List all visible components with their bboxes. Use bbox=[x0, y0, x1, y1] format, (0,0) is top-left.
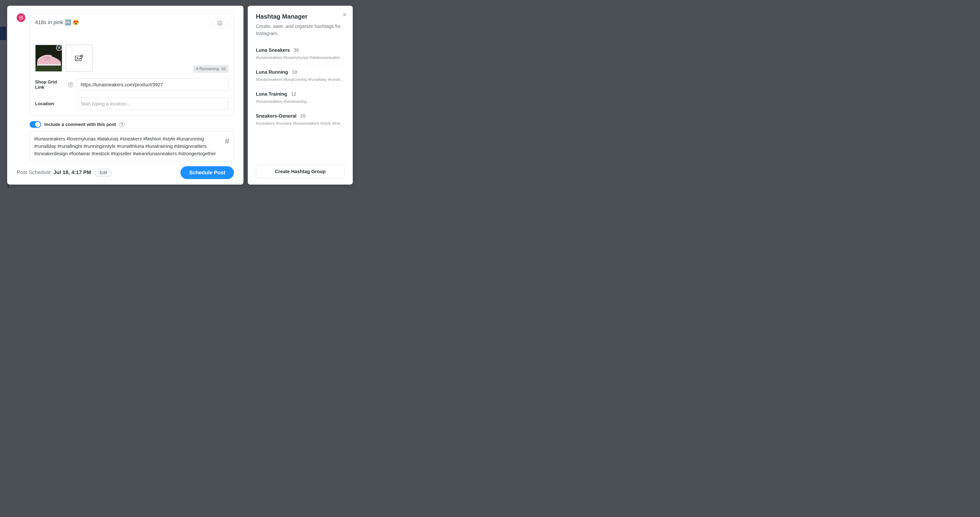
shop-grid-label: Shop Grid Link bbox=[35, 79, 66, 90]
add-media-button[interactable] bbox=[66, 44, 93, 72]
remove-media-icon[interactable]: ✕ bbox=[56, 44, 62, 51]
hashtag-group-name: Luna Sneakers bbox=[256, 48, 290, 53]
hashtag-group-preview: #lunasneakers #lunarunning #runallday #r… bbox=[256, 77, 345, 82]
hashtag-group[interactable]: Luna Sneakers30#lunasneakers #lovemyluna… bbox=[256, 43, 345, 64]
bg-page-number: 1 bbox=[7, 184, 9, 189]
location-label: Location bbox=[35, 101, 54, 106]
media-thumbnail[interactable]: ✕ bbox=[35, 44, 62, 72]
schedule-time: Jul 18, 4:17 PM bbox=[54, 169, 91, 175]
hashtag-manager-panel: ✕ Hashtag Manager Create, save, and orga… bbox=[248, 6, 353, 185]
hashtag-group[interactable]: Luna Running10#lunasneakers #lunarunning… bbox=[256, 64, 345, 86]
include-comment-label: Include a comment with this post bbox=[45, 122, 116, 127]
hashtag-group-name: Luna Running bbox=[256, 70, 288, 75]
svg-rect-7 bbox=[35, 65, 62, 71]
svg-point-1 bbox=[20, 17, 22, 19]
schedule-post-button[interactable]: Schedule Post bbox=[180, 166, 234, 179]
svg-point-3 bbox=[218, 21, 222, 25]
svg-point-5 bbox=[220, 22, 221, 23]
svg-point-2 bbox=[22, 16, 22, 17]
help-icon[interactable]: ? bbox=[68, 82, 73, 87]
include-comment-toggle[interactable] bbox=[30, 121, 41, 128]
hashtag-group-preview: #sneakers #runners #lunasneakers #style … bbox=[256, 121, 345, 126]
hashtag-group[interactable]: Luna Training12#lunasneakers #lunatraini… bbox=[256, 86, 345, 108]
hashtag-remaining-badge: # Remaining: 10 bbox=[193, 65, 228, 73]
hashtag-group[interactable]: Sneakers-General20#sneakers #runners #lu… bbox=[256, 108, 345, 130]
comment-textarea[interactable]: #lunasneakers #lovemylunas #lalalunas #s… bbox=[30, 131, 234, 162]
hashtag-group-count: 12 bbox=[291, 91, 296, 97]
hashtag-manager-title: Hashtag Manager bbox=[256, 13, 345, 20]
hashtag-group-count: 20 bbox=[300, 113, 305, 119]
composer-panel: 418s in pink 🆕 😍 bbox=[7, 6, 243, 185]
svg-point-9 bbox=[76, 57, 78, 59]
svg-point-4 bbox=[219, 22, 220, 23]
hashtag-group-preview: #lunasneakers #lovemylunas #lalalunasnea… bbox=[256, 56, 345, 60]
composer-card: 418s in pink 🆕 😍 bbox=[30, 13, 234, 116]
hashtag-group-count: 10 bbox=[292, 70, 297, 75]
hashtag-manager-subtitle: Create, save, and organize hashtags for … bbox=[256, 23, 345, 37]
caption-text[interactable]: 418s in pink 🆕 😍 bbox=[35, 18, 228, 26]
shop-grid-input[interactable] bbox=[76, 78, 228, 91]
hashtag-group-preview: #lunasneakers #lunatraining... bbox=[256, 99, 345, 104]
create-hashtag-group-button[interactable]: Create Hashtag Group bbox=[256, 165, 345, 178]
comment-text: #lunasneakers #lovemylunas #lalalunas #s… bbox=[34, 136, 216, 156]
emoji-picker-button[interactable] bbox=[211, 18, 228, 29]
help-icon[interactable]: ? bbox=[119, 122, 124, 127]
close-icon[interactable]: ✕ bbox=[342, 11, 347, 18]
hashtag-group-count: 30 bbox=[294, 48, 299, 53]
hashtag-group-name: Sneakers-General bbox=[256, 113, 296, 119]
location-input[interactable] bbox=[76, 98, 228, 110]
instagram-icon bbox=[17, 13, 25, 22]
hashtag-group-name: Luna Training bbox=[256, 91, 287, 97]
schedule-prefix: Post Schedule: bbox=[17, 169, 54, 175]
edit-schedule-button[interactable]: Edit bbox=[94, 169, 112, 177]
hashtag-icon[interactable]: # bbox=[225, 135, 229, 147]
